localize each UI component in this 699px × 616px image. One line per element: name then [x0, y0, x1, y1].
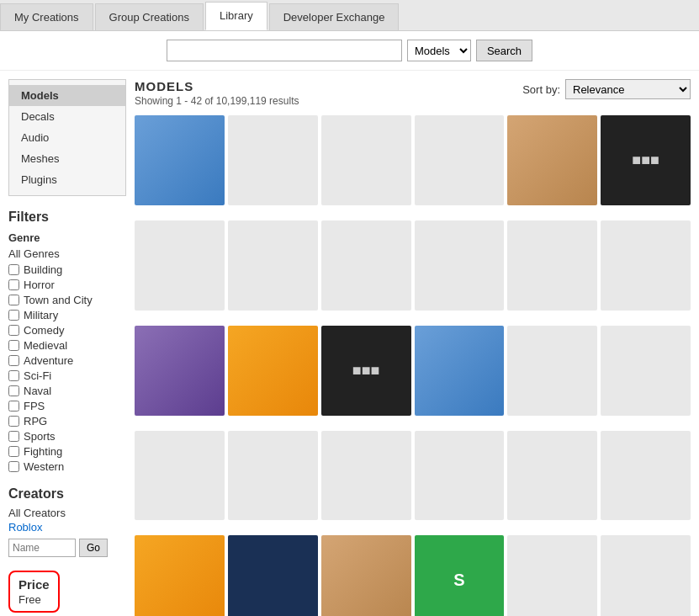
grid-item[interactable] [228, 115, 318, 217]
grid-item[interactable] [415, 326, 505, 427]
grid-item[interactable] [507, 115, 597, 217]
creators-title: Creators [8, 486, 126, 502]
grid-item[interactable] [135, 115, 225, 217]
item-label [415, 522, 505, 532]
genre-sports: Sports [8, 430, 126, 443]
creator-name-input[interactable] [8, 539, 76, 557]
content-area: MODELS Showing 1 - 42 of 10,199,119 resu… [135, 79, 691, 616]
grid-item[interactable]: ■■■ [601, 115, 691, 217]
price-free: Free [19, 593, 50, 606]
genre-medieval-checkbox[interactable] [8, 340, 19, 351]
genre-naval-label: Naval [24, 385, 51, 397]
genre-scifi-checkbox[interactable] [8, 370, 19, 381]
filters-section: Filters Genre All Genres Building Horror… [8, 210, 126, 473]
grid-item[interactable] [507, 326, 597, 427]
content-title-block: MODELS Showing 1 - 42 of 10,199,119 resu… [135, 79, 299, 107]
genre-naval: Naval [8, 385, 126, 397]
item-label [321, 417, 411, 427]
grid-item[interactable] [507, 535, 597, 616]
genre-fighting: Fighting [8, 445, 126, 458]
grid-item[interactable] [415, 220, 505, 322]
item-label [135, 207, 225, 217]
genre-western-checkbox[interactable] [8, 461, 19, 472]
genre-fps-checkbox[interactable] [8, 401, 19, 412]
genre-scifi: Sci-Fi [8, 369, 126, 382]
grid-item[interactable] [415, 115, 505, 217]
genre-fps-label: FPS [24, 400, 45, 412]
grid-item[interactable] [228, 326, 318, 427]
genre-sports-label: Sports [24, 430, 56, 443]
grid-item[interactable] [135, 326, 225, 427]
genre-sports-checkbox[interactable] [8, 431, 19, 442]
genre-military-checkbox[interactable] [8, 310, 19, 321]
grid-item[interactable] [228, 535, 318, 616]
genre-comedy-checkbox[interactable] [8, 325, 19, 336]
genre-town-city-checkbox[interactable] [8, 295, 19, 305]
tab-group-creations[interactable]: Group Creations [95, 3, 204, 30]
genre-horror-checkbox[interactable] [8, 279, 19, 290]
roblox-link[interactable]: Roblox [8, 521, 126, 534]
content-header: MODELS Showing 1 - 42 of 10,199,119 resu… [135, 79, 691, 107]
item-label [507, 207, 597, 217]
search-category-container: Models Decals Audio Meshes Plugins [407, 40, 471, 61]
category-select[interactable]: Models Decals Audio Meshes Plugins [408, 40, 470, 61]
genre-rpg-checkbox[interactable] [8, 416, 19, 427]
genre-adventure-checkbox[interactable] [8, 355, 19, 366]
item-label [601, 312, 691, 322]
search-button[interactable]: Search [476, 40, 532, 61]
creator-input-row: Go [8, 539, 126, 557]
grid-item[interactable] [135, 431, 225, 533]
search-input[interactable] [167, 40, 402, 61]
grid-item[interactable] [601, 535, 691, 616]
genre-naval-checkbox[interactable] [8, 385, 19, 396]
tab-developer-exchange[interactable]: Developer Exchange [269, 3, 400, 30]
grid-item[interactable] [321, 535, 411, 616]
grid-item[interactable] [601, 431, 691, 533]
grid-item[interactable] [228, 220, 318, 322]
sort-select[interactable]: Relevance Most Favorited Best Average Ra… [565, 79, 691, 99]
genre-fighting-checkbox[interactable] [8, 446, 19, 457]
item-label [415, 207, 505, 217]
sidebar-item-plugins[interactable]: Plugins [9, 169, 125, 190]
grid-item[interactable] [415, 431, 505, 533]
grid-item[interactable] [321, 220, 411, 322]
genre-medieval-label: Medieval [24, 339, 67, 352]
genre-building-label: Building [24, 263, 62, 276]
item-label [135, 522, 225, 532]
tab-my-creations[interactable]: My Creations [0, 3, 93, 30]
grid-item[interactable] [135, 535, 225, 616]
tab-library[interactable]: Library [205, 2, 267, 30]
genre-rpg: RPG [8, 415, 126, 427]
grid-item[interactable] [321, 431, 411, 533]
genre-military-label: Military [24, 309, 58, 321]
grid-item[interactable] [135, 220, 225, 322]
grid-item[interactable] [507, 431, 597, 533]
sidebar-item-audio[interactable]: Audio [9, 127, 125, 148]
grid-item[interactable] [601, 220, 691, 322]
grid-item[interactable]: ■■■ [321, 326, 411, 427]
grid-item[interactable]: S [415, 535, 505, 616]
grid-item[interactable] [601, 326, 691, 427]
item-label [601, 522, 691, 532]
sidebar-item-decals[interactable]: Decals [9, 106, 125, 127]
grid-item[interactable] [321, 115, 411, 217]
grid-item[interactable] [507, 220, 597, 322]
creators-section: Creators All Creators Roblox Go [8, 486, 126, 557]
sidebar-item-models[interactable]: Models [9, 85, 125, 106]
genre-town-city: Town and City [8, 294, 126, 306]
genre-horror-label: Horror [24, 279, 55, 291]
item-label [321, 522, 411, 532]
sidebar: Models Decals Audio Meshes Plugins Filte… [8, 79, 126, 616]
genre-fps: FPS [8, 400, 126, 412]
sort-by-row: Sort by: Relevance Most Favorited Best A… [522, 79, 691, 99]
genre-fighting-label: Fighting [24, 445, 62, 458]
item-label [507, 312, 597, 322]
all-genres[interactable]: All Genres [8, 247, 126, 260]
item-label [228, 207, 318, 217]
genre-western-label: Western [24, 460, 64, 473]
go-button[interactable]: Go [79, 539, 108, 557]
sidebar-item-meshes[interactable]: Meshes [9, 148, 125, 169]
grid-item[interactable] [228, 431, 318, 533]
genre-building-checkbox[interactable] [8, 264, 19, 275]
genre-scifi-label: Sci-Fi [24, 369, 51, 382]
